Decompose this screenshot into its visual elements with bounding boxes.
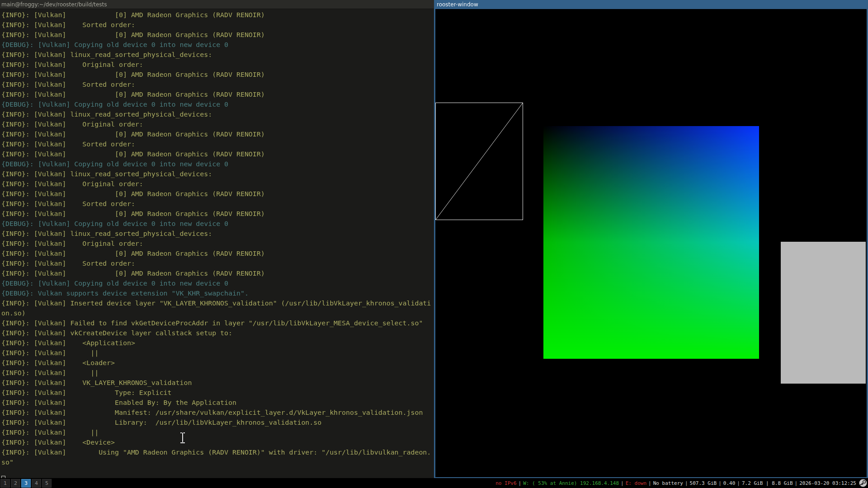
- terminal-log-line: so": [1, 457, 434, 467]
- terminal-log-line: {DEBUG}: [Vulkan] Copying old device 0 i…: [1, 159, 434, 169]
- terminal-log-line: {DEBUG}: [Vulkan] Copying old device 0 i…: [1, 40, 434, 50]
- terminal-log-line: {INFO}: [Vulkan] <Application>: [1, 338, 434, 348]
- terminal-log-line: {INFO}: [Vulkan] [0] AMD Radeon Graphics…: [1, 129, 434, 139]
- vulkan-render-canvas: [435, 9, 867, 477]
- terminal-log-line: {INFO}: [Vulkan] <Loader>: [1, 358, 434, 368]
- terminal-log-line: {INFO}: [Vulkan] [0] AMD Radeon Graphics…: [1, 70, 434, 80]
- terminal-log-line: {INFO}: [Vulkan] Sorted order:: [1, 199, 434, 209]
- workspace-button-4[interactable]: 4: [32, 479, 41, 488]
- workspace-button-5[interactable]: 5: [42, 479, 52, 488]
- terminal-log-line: {INFO}: [Vulkan] Enabled By: By the Appl…: [1, 398, 434, 408]
- wireframe-quad: [435, 103, 523, 220]
- rooster-window: rooster-window: [434, 0, 868, 478]
- statusbar-segment: 7.2 GiB | 8.8 GiB: [742, 480, 793, 486]
- statusbar-separator: |: [685, 480, 688, 486]
- terminal-log-line: {INFO}: [Vulkan] [0] AMD Radeon Graphics…: [1, 189, 434, 199]
- terminal-log-line: {INFO}: [Vulkan] Sorted order:: [1, 258, 434, 268]
- statusbar-separator: |: [621, 480, 624, 486]
- terminal-log-line: {INFO}: [Vulkan] Original order:: [1, 239, 434, 249]
- terminal-log-line: {INFO}: [Vulkan] ||: [1, 427, 434, 437]
- rooster-titlebar[interactable]: rooster-window: [435, 0, 867, 9]
- statusbar-segment: No battery: [653, 480, 683, 486]
- statusbar-segment: 507.3 GiB: [690, 480, 717, 486]
- statusbar-separator: |: [718, 480, 722, 486]
- terminal-log-line: {INFO}: [Vulkan] [0] AMD Radeon Graphics…: [1, 209, 434, 219]
- terminal-log-line: {INFO}: [Vulkan] ||: [1, 368, 434, 378]
- terminal-log-line: {INFO}: [Vulkan] linux_read_sorted_physi…: [1, 109, 434, 119]
- statusbar-separator: |: [737, 480, 740, 486]
- workspace-button-2[interactable]: 2: [11, 479, 20, 488]
- terminal-log-line: {INFO}: [Vulkan] [0] AMD Radeon Graphics…: [1, 10, 434, 20]
- terminal-log-line: {INFO}: [Vulkan] Original order:: [1, 60, 434, 70]
- workspace-button-3[interactable]: 3: [21, 479, 31, 488]
- gray-quad: [781, 242, 866, 384]
- statusbar-segment: no IPv6: [495, 480, 516, 486]
- terminal-titlebar[interactable]: main@froggy:~/dev/rooster/build/tests: [0, 0, 434, 9]
- terminal-log-line: {INFO}: [Vulkan] Type: Explicit: [1, 388, 434, 398]
- statusbar-segment: 0.40: [723, 480, 736, 486]
- terminal-log-line: {INFO}: [Vulkan] <Device>: [1, 437, 434, 447]
- statusbar-text-container: no IPv6|W: ( 53% at Annie) 192.168.4.148…: [495, 480, 856, 486]
- terminal-log-line: {INFO}: [Vulkan] linux_read_sorted_physi…: [1, 50, 434, 60]
- terminal-body[interactable]: {INFO}: [Vulkan] [0] AMD Radeon Graphics…: [0, 9, 434, 478]
- statusbar-separator: |: [519, 480, 522, 486]
- statusbar-segment: E: down: [626, 480, 646, 486]
- terminal-log-line: {INFO}: [Vulkan] VK_LAYER_KHRONOS_valida…: [1, 378, 434, 388]
- terminal-log-line: {DEBUG}: Vulkan supports device extensio…: [1, 288, 434, 298]
- terminal-log-line: {INFO}: [Vulkan] [0] AMD Radeon Graphics…: [1, 249, 434, 258]
- terminal-log-line: {INFO}: [Vulkan] Original order:: [1, 179, 434, 189]
- terminal-output: {INFO}: [Vulkan] [0] AMD Radeon Graphics…: [1, 10, 434, 467]
- ibeam-cursor-icon: [180, 432, 186, 444]
- terminal-log-line: {INFO}: [Vulkan] ||: [1, 348, 434, 358]
- rooster-title: rooster-window: [437, 1, 478, 8]
- statusbar-separator: |: [795, 480, 798, 486]
- terminal-log-line: {INFO}: [Vulkan] vkCreateDevice layer ca…: [1, 328, 434, 338]
- terminal-log-line: {INFO}: [Vulkan] [0] AMD Radeon Graphics…: [1, 89, 434, 99]
- steam-tray-icon[interactable]: [859, 479, 867, 487]
- terminal-log-line: {INFO}: [Vulkan] linux_read_sorted_physi…: [1, 229, 434, 239]
- workspace-button-1[interactable]: 1: [0, 479, 10, 488]
- terminal-log-line: {INFO}: [Vulkan] [0] AMD Radeon Graphics…: [1, 30, 434, 40]
- terminal-log-line: {INFO}: [Vulkan] Manifest: /usr/share/vu…: [1, 408, 434, 418]
- terminal-log-line: {INFO}: [Vulkan] Sorted order:: [1, 80, 434, 89]
- terminal-log-line: {DEBUG}: [Vulkan] Copying old device 0 i…: [1, 99, 434, 109]
- terminal-log-line: on.so): [1, 308, 434, 318]
- terminal-log-line: {INFO}: [Vulkan] [0] AMD Radeon Graphics…: [1, 268, 434, 278]
- terminal-log-line: {INFO}: [Vulkan] Sorted order:: [1, 20, 434, 30]
- terminal-log-line: {INFO}: [Vulkan] Library: /usr/lib/libVk…: [1, 418, 434, 427]
- terminal-log-line: {DEBUG}: [Vulkan] Copying old device 0 i…: [1, 219, 434, 229]
- terminal-log-line: {INFO}: [Vulkan] Inserted device layer "…: [1, 298, 434, 308]
- terminal-log-line: {INFO}: [Vulkan] Using "AMD Radeon Graph…: [1, 447, 434, 457]
- workspace-switcher: 12345: [0, 478, 52, 488]
- gradient-quad: [543, 126, 759, 359]
- statusbar-separator: |: [648, 480, 651, 486]
- terminal-log-line: {INFO}: [Vulkan] linux_read_sorted_physi…: [1, 169, 434, 179]
- terminal-log-line: {INFO}: [Vulkan] Sorted order:: [1, 139, 434, 149]
- statusbar-segment: 2026-03-20 03:12:25: [799, 480, 856, 486]
- terminal-log-line: {INFO}: [Vulkan] Failed to find vkGetDev…: [1, 318, 434, 328]
- terminal-title: main@froggy:~/dev/rooster/build/tests: [1, 1, 107, 8]
- status-bar: 12345 no IPv6|W: ( 53% at Annie) 192.168…: [0, 478, 868, 488]
- terminal-log-line: {DEBUG}: [Vulkan] Copying old device 0 i…: [1, 278, 434, 288]
- statusbar-segment: W: ( 53% at Annie) 192.168.4.148: [523, 480, 619, 486]
- statusbar-segments: no IPv6|W: ( 53% at Annie) 192.168.4.148…: [495, 479, 868, 487]
- terminal-log-line: {INFO}: [Vulkan] [0] AMD Radeon Graphics…: [1, 149, 434, 159]
- terminal-log-line: {INFO}: [Vulkan] Original order:: [1, 119, 434, 129]
- terminal-window: main@froggy:~/dev/rooster/build/tests {I…: [0, 0, 434, 478]
